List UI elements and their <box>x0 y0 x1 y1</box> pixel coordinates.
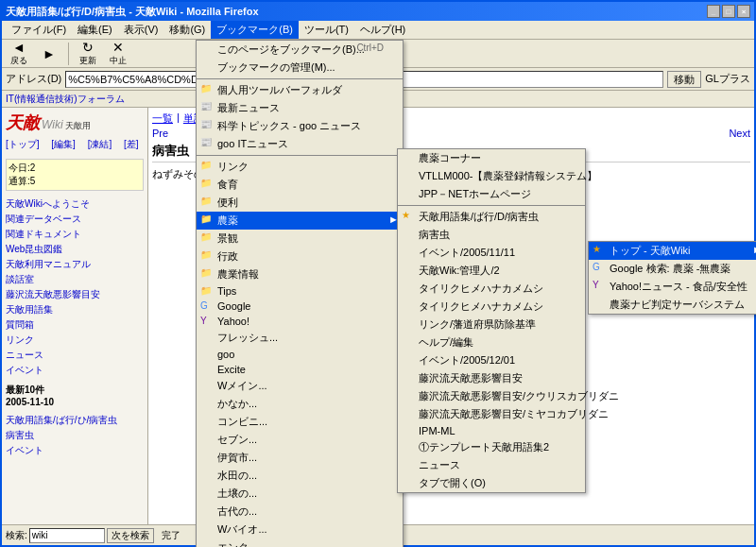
agri-item-wiki-admin[interactable]: 天敵Wik:管理人/2 <box>398 262 585 280</box>
bookmark-latest-news[interactable]: 📰最新ニュース <box>197 99 403 117</box>
forward-button[interactable]: ► <box>36 44 62 63</box>
back-button[interactable]: ◄ 戻る <box>6 38 32 69</box>
bookmark-goo[interactable]: goo <box>197 347 403 362</box>
agri-item-ipm[interactable]: IPM-ML <box>398 423 585 438</box>
maximize-button[interactable]: □ <box>722 5 735 18</box>
bookmark-food-edu[interactable]: 📁食育 <box>197 176 403 194</box>
sidebar-item-chat[interactable]: 談話室 <box>6 272 144 287</box>
bookmark-fresh[interactable]: フレッシュ... <box>197 329 403 347</box>
bookmark-google[interactable]: GGoogle <box>197 299 403 314</box>
nav-freeze[interactable]: [凍結] <box>78 139 112 149</box>
agri-item-bug2[interactable]: タイリクヒメハナカメムシ <box>398 298 585 316</box>
sidebar-recent-item-0[interactable]: 天敵用語集/ば行/ひ/病害虫 <box>6 413 144 428</box>
sidebar-item-manual[interactable]: 天敵利用マニュアル <box>6 257 144 272</box>
sidebar-item-glossary[interactable]: 天敵用語集 <box>6 302 144 317</box>
bookmark-agri-info[interactable]: 📁農業情報 <box>197 265 403 283</box>
stop-button[interactable]: ✕ 中止 <box>105 38 131 69</box>
bookmark-agriculture[interactable]: 📁農薬 ► <box>197 212 403 230</box>
agri-item-fujisawa[interactable]: 藤沢流天敵悪影響目安 <box>398 369 585 387</box>
agri-item-open-tab[interactable]: タブで開く(O) <box>398 474 585 492</box>
minimize-button[interactable]: _ <box>707 5 720 18</box>
bookmark-personal-folder[interactable]: 📁個人用ツールバーフォルダ <box>197 81 403 99</box>
agri-item-news[interactable]: ニュース <box>398 456 585 474</box>
submenu-agriculture[interactable]: 農薬コーナー VTLLM000-【農薬登録情報システム】 JPP－NETホームペ… <box>397 148 586 493</box>
agri-item-corner[interactable]: 農薬コーナー <box>398 149 585 167</box>
close-button[interactable]: × <box>737 5 750 18</box>
agri-item-event-1111[interactable]: イベント/2005/11/11 <box>398 244 585 262</box>
top-item-navi[interactable]: 農薬ナビ判定サーバシステム <box>589 296 756 314</box>
bookmark-yahoo[interactable]: YYahoo! <box>197 314 403 329</box>
menu-go[interactable]: 移動(G) <box>163 21 211 39</box>
separator-1 <box>197 78 403 79</box>
nav-edit[interactable]: [編集] <box>42 139 76 149</box>
sidebar-item-database[interactable]: 関連データベース <box>6 212 144 227</box>
agri-item-fujisawa-q[interactable]: 藤沢流天敵悪影響目安/クウリスカブリダニ <box>398 387 585 405</box>
bookmark-excite[interactable]: Excite <box>197 362 403 377</box>
reload-button[interactable]: ↻ 更新 <box>75 38 101 69</box>
sidebar-recent-item-1[interactable]: 病害虫 <box>6 428 144 443</box>
bookmark-science[interactable]: 📰科学トピックス - goo ニュース <box>197 117 403 135</box>
agri-item-help-edit[interactable]: ヘルプ/編集 <box>398 333 585 351</box>
bookmark-convenient[interactable]: 📁便利 <box>197 194 403 212</box>
bookmark-goo-it[interactable]: 📰goo ITニュース <box>197 135 403 153</box>
agri-item-jpp[interactable]: JPP－NETホームページ <box>398 185 585 203</box>
sidebar-item-insects[interactable]: Web昆虫図鑑 <box>6 242 144 257</box>
submenu-top[interactable]: ★ トップ - 天敵Wiki ► GGoogle 検索: 農薬 -無農薬 YYa… <box>588 241 756 315</box>
sidebar-item-fujisawa[interactable]: 藤沢流天敵悪影響目安 <box>6 287 144 302</box>
bookmark-soil[interactable]: 土壌の... <box>197 485 403 503</box>
bookmark-add[interactable]: Ctrl+D このページをブックマーク(B)... <box>197 41 403 59</box>
agri-item-template[interactable]: ①テンプレート天敵用語集2 <box>398 438 585 456</box>
bookmark-rice-field[interactable]: 水田の... <box>197 467 403 485</box>
top-item-google-search[interactable]: GGoogle 検索: 農薬 -無農薬 <box>589 260 756 278</box>
bookmark-seven[interactable]: セブン... <box>197 431 403 449</box>
menu-tools[interactable]: ツール(T) <box>299 21 354 39</box>
menu-view[interactable]: 表示(V) <box>118 21 164 39</box>
status-search: 検索: 次を検索 <box>6 528 154 543</box>
top-item-tenkiwiki[interactable]: ★ トップ - 天敵Wiki ► <box>589 242 756 260</box>
bookmark-iga[interactable]: 伊賀市... <box>197 449 403 467</box>
search-input[interactable] <box>29 528 105 543</box>
bookmark-enk[interactable]: エンク... <box>197 538 403 547</box>
menu-edit[interactable]: 編集(E) <box>72 21 118 39</box>
bookmark-kanaka[interactable]: かなか... <box>197 395 403 413</box>
sidebar-today: 今日:2 <box>9 162 141 175</box>
sidebar-item-news[interactable]: ニュース <box>6 348 144 363</box>
top-item-yahoo-news[interactable]: YYahoo!ニュース - 食品/安全性 <box>589 278 756 296</box>
bookmark-wbio[interactable]: Wバイオ... <box>197 521 403 538</box>
bookmark-wmain[interactable]: Wメイン... <box>197 377 403 395</box>
bookmark-link[interactable]: 📁リンク <box>197 158 403 176</box>
links-bar-link[interactable]: IT(情報通信技術)フォーラム <box>6 93 125 106</box>
agri-item-glossary[interactable]: ★天敵用語集/ば行/D/病害虫 <box>398 208 585 226</box>
bookmark-landscape[interactable]: 📁景観 <box>197 230 403 248</box>
separator-2 <box>197 155 403 156</box>
page-nav-list[interactable]: 一覧 <box>152 111 173 126</box>
bookmark-tips[interactable]: 📁Tips <box>197 283 403 299</box>
sidebar-recent-item-2[interactable]: イベント <box>6 443 144 458</box>
agri-item-event-1201[interactable]: イベント/2005/12/01 <box>398 351 585 369</box>
browser-window: 天敵用語集/ば行/D/病害虫 - 天敵Wiki - Mozilla Firefo… <box>0 0 756 547</box>
bookmark-conbini[interactable]: コンビニ... <box>197 413 403 431</box>
agri-item-bug1[interactable]: タイリクヒメハナカメムシ <box>398 280 585 298</box>
menu-file[interactable]: ファイル(F) <box>6 21 72 39</box>
sidebar-item-events[interactable]: イベント <box>6 363 144 378</box>
go-button[interactable]: 移動 <box>667 71 701 88</box>
sidebar-item-welcome[interactable]: 天敵Wikiへようこそ <box>6 197 144 212</box>
agri-item-vtllm[interactable]: VTLLM000-【農薬登録情報システム】 <box>398 167 585 185</box>
agri-item-fujisawa-m[interactable]: 藤沢流天敵悪影響目安/ミヤコカブリダニ <box>398 405 585 423</box>
find-next-button[interactable]: 次を検索 <box>107 528 154 543</box>
sidebar-item-questions[interactable]: 質問箱 <box>6 317 144 333</box>
page-prev[interactable]: Pre <box>152 128 168 139</box>
agri-item-link-ref[interactable]: リンク/藩道府県防除基準 <box>398 316 585 333</box>
bookmark-admin[interactable]: 📁行政 <box>197 248 403 265</box>
sidebar-item-docs[interactable]: 関連ドキュメント <box>6 227 144 242</box>
menu-bookmark[interactable]: ブックマーク(B) <box>211 21 299 39</box>
agri-item-pest[interactable]: 病害虫 <box>398 226 585 244</box>
sidebar-item-links[interactable]: リンク <box>6 333 144 348</box>
bookmark-dropdown[interactable]: Ctrl+D このページをブックマーク(B)... ブックマークの管理(M)..… <box>196 40 404 547</box>
bookmark-manage[interactable]: ブックマークの管理(M)... <box>197 59 403 77</box>
page-next[interactable]: Next <box>729 128 750 139</box>
nav-diff[interactable]: [差] <box>114 139 139 149</box>
nav-top[interactable]: [トップ] <box>6 139 40 149</box>
bookmark-ancient[interactable]: 古代の... <box>197 503 403 521</box>
menu-help[interactable]: ヘルプ(H) <box>354 21 411 39</box>
